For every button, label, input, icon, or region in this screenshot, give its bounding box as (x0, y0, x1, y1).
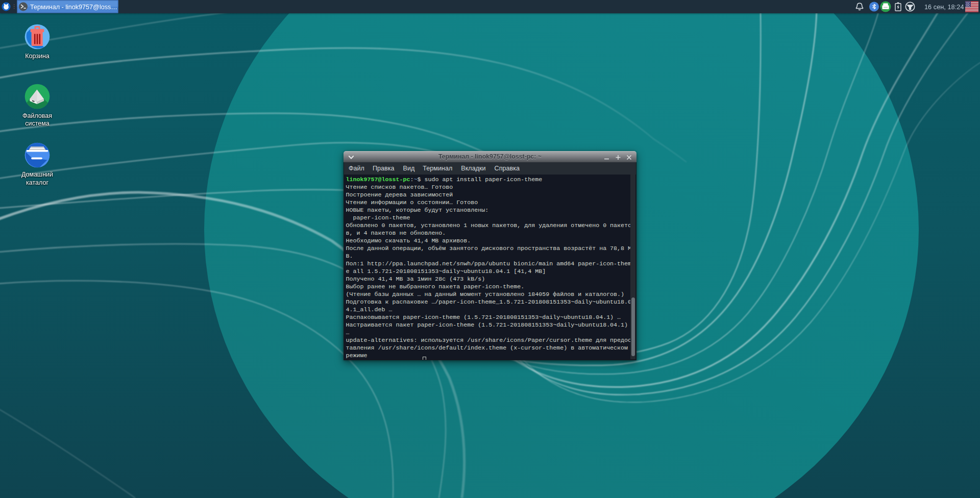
svg-text:16 сен, 18:24: 16 сен, 18:24 (924, 3, 964, 11)
svg-text:Терминал - linok9757@loss…: Терминал - linok9757@loss… (30, 4, 117, 11)
